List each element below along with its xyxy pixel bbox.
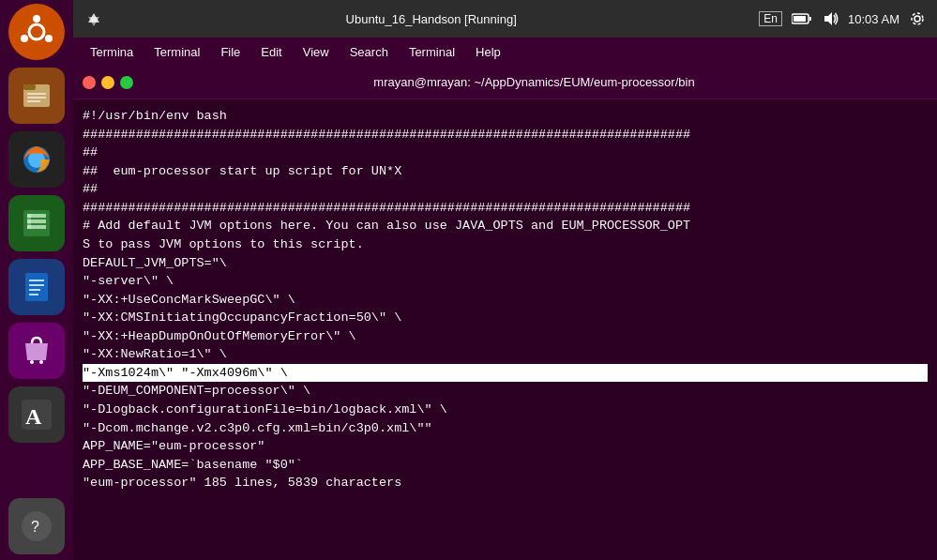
system-bar-right: En 10:03 AM <box>759 10 926 27</box>
menu-view[interactable]: View <box>294 42 339 62</box>
svg-point-4 <box>21 35 28 42</box>
terminal-title: mrayan@mrayan: ~/AppDynamics/EUM/eum-pro… <box>141 75 928 89</box>
terminal-line: "-XX:CMSInitiatingOccupancyFraction=50\"… <box>83 309 928 327</box>
terminal-line: ########################################… <box>83 126 928 144</box>
svg-rect-6 <box>23 84 36 90</box>
ubuntu-icon[interactable] <box>8 4 65 60</box>
menu-terminal2[interactable]: Terminal <box>400 42 464 62</box>
menu-bar: Termina Terminal File Edit View Search T… <box>73 38 937 66</box>
svg-point-2 <box>33 15 40 23</box>
shopping-icon[interactable] <box>8 323 65 379</box>
terminal-body[interactable]: #!/usr/bin/env bash#####################… <box>73 99 937 560</box>
terminal-line: #!/usr/bin/env bash <box>83 107 928 126</box>
menu-terminal[interactable]: Terminal <box>144 42 209 62</box>
terminal-line: ########################################… <box>83 199 928 218</box>
terminal-line: "-DEUM_COMPONENT=processor\" \ <box>83 382 928 401</box>
svg-rect-31 <box>793 16 806 22</box>
svg-point-22 <box>30 360 34 364</box>
system-bar-left <box>84 9 103 28</box>
system-bar: Ubuntu_16_Handson [Running] En 10:03 AM <box>73 0 937 38</box>
terminal-line: ## <box>83 144 928 162</box>
terminal-line: # Add default JVM options here. You can … <box>83 217 928 235</box>
main-area: Ubuntu_16_Handson [Running] En 10:03 AM <box>73 0 937 560</box>
svg-point-3 <box>45 35 53 42</box>
files-icon[interactable] <box>8 68 65 124</box>
svg-rect-32 <box>809 17 811 21</box>
svg-point-34 <box>914 16 920 22</box>
menu-help[interactable]: Help <box>466 42 510 62</box>
terminal-line: "-XX:+UseConcMarkSweepGC\" \ <box>83 291 928 310</box>
terminal-line: ## <box>83 180 928 199</box>
terminal-line: "-Dlogback.configurationFile=bin/logback… <box>83 401 928 419</box>
terminal-window: mrayan@mrayan: ~/AppDynamics/EUM/eum-pro… <box>73 66 937 560</box>
terminal-line: "-XX:+HeapDumpOnOutOfMemoryError\" \ <box>83 327 928 346</box>
spreadsheet-icon[interactable] <box>8 195 65 251</box>
svg-rect-16 <box>27 214 31 229</box>
svg-rect-20 <box>29 289 40 291</box>
terminal-line: "-Dcom.mchange.v2.c3p0.cfg.xml=bin/c3p0.… <box>83 419 928 438</box>
terminal-line: ## eum-processor start up script for UN*… <box>83 162 928 181</box>
terminal-line: "eum-processor" 185 lines, 5839 characte… <box>83 474 928 492</box>
close-button[interactable] <box>83 76 96 89</box>
speaker-icon <box>822 10 839 27</box>
svg-rect-7 <box>27 93 46 95</box>
svg-rect-8 <box>27 97 46 98</box>
menu-search[interactable]: Search <box>340 42 398 62</box>
document-icon[interactable] <box>8 259 65 315</box>
terminal-line: "-Xms1024m\" "-Xmx4096m\" \ <box>83 364 928 383</box>
menu-terminal-app[interactable]: Termina <box>81 42 143 62</box>
menu-file[interactable]: File <box>211 42 249 62</box>
terminal-titlebar: mrayan@mrayan: ~/AppDynamics/EUM/eum-pro… <box>73 66 937 99</box>
font-icon[interactable]: A <box>8 386 65 443</box>
svg-point-35 <box>912 13 923 24</box>
terminal-line: APP_NAME="eum-processor" <box>83 437 928 456</box>
clock: 10:03 AM <box>848 12 899 26</box>
battery-icon <box>792 12 812 25</box>
svg-rect-21 <box>29 294 38 295</box>
terminal-line: APP_BASE_NAME=`basename "$0"` <box>83 456 928 475</box>
terminal-line: S to pass JVM options to this script. <box>83 235 928 254</box>
svg-marker-33 <box>824 12 832 25</box>
svg-rect-18 <box>29 280 44 281</box>
system-bar-title: Ubuntu_16_Handson [Running] <box>346 12 517 26</box>
svg-rect-9 <box>27 100 40 102</box>
svg-text:?: ? <box>31 519 39 535</box>
maximize-button[interactable] <box>120 76 133 89</box>
svg-rect-19 <box>29 284 44 286</box>
minimize-button[interactable] <box>101 76 114 89</box>
unknown-icon[interactable]: ? <box>8 498 65 554</box>
terminal-line: "-XX:NewRatio=1\" \ <box>83 345 928 364</box>
terminal-line: "-server\" \ <box>83 272 928 291</box>
transfer-icon <box>84 9 103 28</box>
traffic-lights <box>83 76 133 89</box>
svg-point-23 <box>39 360 43 364</box>
firefox-icon[interactable] <box>8 131 65 188</box>
settings-icon[interactable] <box>909 10 926 27</box>
menu-edit[interactable]: Edit <box>251 42 291 62</box>
svg-text:A: A <box>25 404 42 429</box>
keyboard-layout: En <box>759 11 782 26</box>
sidebar: A ? <box>0 0 73 560</box>
svg-rect-17 <box>25 273 48 301</box>
terminal-line: DEFAULT_JVM_OPTS="\ <box>83 254 928 273</box>
